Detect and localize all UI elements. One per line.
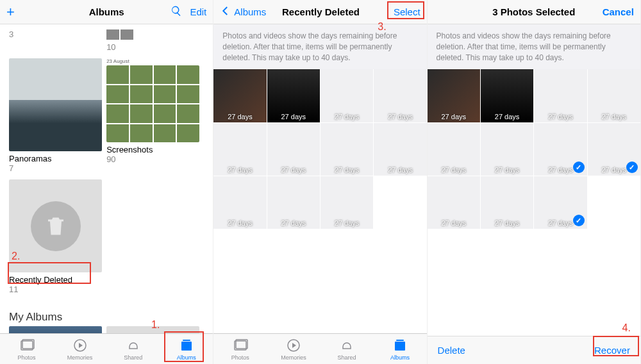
callout-1: 1. [151,319,160,331]
photo-cell[interactable]: 27 days [481,69,533,122]
photo-cell[interactable]: 27 days [481,123,533,176]
days-label: 27 days [588,113,640,120]
photo-cell[interactable]: 27 days [320,69,373,122]
days-label: 27 days [481,166,533,174]
navbar: + Albums Edit [0,0,213,24]
days-label: 27 days [481,219,533,227]
back-label: Albums [234,6,266,17]
photo-cell[interactable]: 27 days [320,176,373,229]
days-label: 27 days [320,219,373,227]
tabbar: Photos Memories Shared Albums [0,333,213,364]
album-count: 10 [106,42,204,52]
photo-grid: 27 days 27 days 27 days 27 days 27 days … [428,69,640,229]
photo-cell[interactable]: 27 days [534,176,587,229]
album-panoramas[interactable]: Panoramas 7 [9,58,106,173]
check-icon [626,161,638,173]
navbar: Albums Recently Deleted Select [213,0,426,24]
photo-cell[interactable]: 27 days [588,123,640,176]
album-name: Recently Deleted [9,275,106,285]
photo-cell[interactable]: 27 days [374,123,426,176]
days-label: 27 days [534,113,587,120]
tab-label: Shared [337,354,356,361]
edit-button[interactable]: Edit [190,6,206,17]
days-label: 27 days [320,113,373,120]
photo-cell[interactable]: 27 days [267,123,320,176]
album-thumb [9,179,102,272]
photo-cell[interactable]: 27 days [534,69,587,122]
tabbar: Photos Memories Shared Albums [213,333,426,364]
days-label: 27 days [267,113,320,120]
tab-label: Photos [18,354,36,361]
tab-label: Albums [177,354,196,361]
tab-label: Photos [231,354,249,361]
photo-cell[interactable]: 27 days [374,69,426,122]
tab-memories[interactable]: Memories [53,334,106,364]
days-label: 27 days [481,113,533,120]
tab-albums[interactable]: Albums [374,334,427,364]
photo-cell[interactable]: 27 days [534,123,587,176]
days-label: 27 days [213,113,266,120]
album-count: 11 [9,285,106,294]
photo-cell[interactable]: 27 days [320,123,373,176]
tab-albums[interactable]: Albums [160,334,213,364]
select-button[interactable]: Select [394,6,420,17]
page-title: Recently Deleted [282,6,360,17]
photo-cell[interactable]: 27 days [213,123,266,176]
add-icon[interactable]: + [6,4,15,21]
album-count: 90 [106,154,204,164]
album-thumb [9,326,102,333]
callout-4: 4. [622,322,631,334]
content: Photos and videos show the days remainin… [428,24,640,336]
photo-cell[interactable]: 27 days [481,176,533,229]
recover-button[interactable]: Recover [594,345,630,356]
days-label: 27 days [374,166,426,174]
photo-cell[interactable]: 27 days [428,69,480,122]
page-title: 3 Photos Selected [492,6,575,17]
days-label: 27 days [213,219,266,227]
svg-rect-3 [181,342,192,351]
check-icon [573,215,585,226]
tab-photos[interactable]: Photos [0,334,53,364]
navbar: 3 Photos Selected Cancel [428,0,640,24]
callout-2: 2. [12,251,20,262]
album-thumb [106,65,199,142]
thumb-row [106,29,204,40]
album-recently-deleted[interactable]: Recently Deleted 11 [9,179,106,294]
photo-cell[interactable]: 27 days [213,69,266,122]
tab-shared[interactable]: Shared [106,334,160,364]
tab-memories[interactable]: Memories [267,334,320,364]
days-label: 27 days [267,219,320,227]
photo-cell[interactable]: 27 days [267,176,320,229]
info-text: Photos and videos show the days remainin… [213,24,426,69]
photo-cell[interactable]: 27 days [428,123,480,176]
date-label: 23 August [106,58,204,64]
check-icon [573,161,585,173]
page-title: Albums [89,6,124,17]
days-label: 27 days [428,113,480,120]
svg-rect-4 [183,340,190,341]
callout-3: 3. [378,21,386,33]
tab-label: Albums [390,354,410,361]
trash-icon [44,215,67,238]
photo-cell[interactable]: 27 days [428,176,480,229]
days-label: 27 days [267,166,320,174]
photo-cell[interactable]: 27 days [588,69,640,122]
cancel-button[interactable]: Cancel [603,6,634,17]
my-album[interactable] [9,326,106,333]
tab-label: Shared [124,354,142,361]
screen-albums: + Albums Edit 3 10 Panoramas 7 23 August… [0,0,213,364]
tab-photos[interactable]: Photos [213,334,267,364]
delete-button[interactable]: Delete [438,345,465,356]
content: Photos and videos show the days remainin… [213,24,426,333]
svg-rect-8 [395,342,405,351]
photo-cell[interactable]: 27 days [213,176,266,229]
photo-cell[interactable]: 27 days [267,69,320,122]
photo-grid: 27 days 27 days 27 days 27 days 27 days … [213,69,426,229]
search-icon[interactable] [171,5,182,19]
tab-shared[interactable]: Shared [320,334,373,364]
album-screenshots[interactable]: 23 August Screenshots 90 [106,58,204,173]
bottom-actions: Delete Recover [428,336,640,364]
chevron-left-icon [220,5,231,19]
back-button[interactable]: Albums [220,5,266,19]
days-label: 27 days [320,166,373,174]
